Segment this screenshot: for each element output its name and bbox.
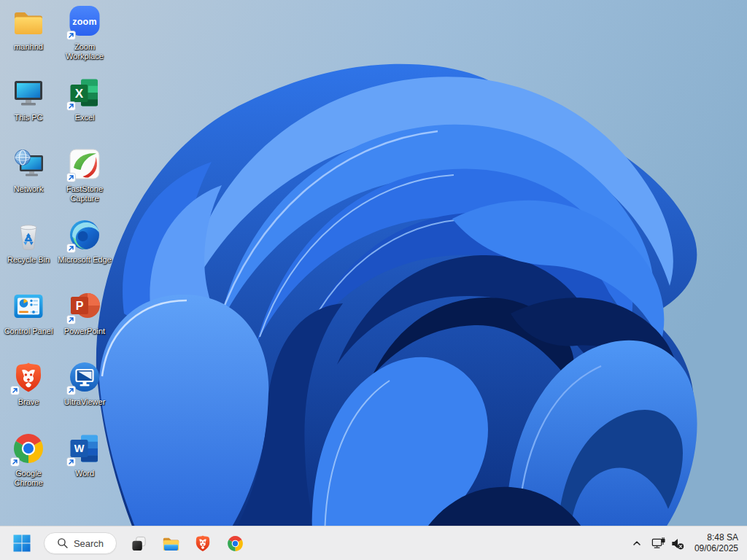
excel-icon bbox=[67, 75, 102, 110]
shortcut-arrow-icon bbox=[66, 244, 76, 253]
edge-icon bbox=[67, 217, 102, 252]
volume-muted-icon bbox=[670, 536, 685, 551]
shortcut-arrow-icon bbox=[10, 386, 20, 395]
tray-network-volume-button[interactable] bbox=[648, 529, 689, 558]
shortcut-arrow-icon bbox=[10, 457, 20, 467]
brave-icon bbox=[11, 359, 46, 394]
desktop-icon-label: Zoom Workplace bbox=[57, 42, 112, 61]
desktop-icon-label: UltraViewer bbox=[64, 397, 106, 407]
tray-time: 8:48 SA bbox=[694, 532, 738, 543]
folder-icon bbox=[11, 4, 46, 39]
desktop-icon-zoom-workplace[interactable]: Zoom Workplace bbox=[57, 4, 112, 61]
control-panel-icon bbox=[11, 289, 46, 324]
brave-icon bbox=[193, 534, 212, 553]
desktop-icon-label: PowerPoint bbox=[64, 327, 105, 336]
word-icon bbox=[67, 431, 102, 466]
zoom-app-icon bbox=[67, 4, 102, 39]
shortcut-arrow-icon bbox=[66, 173, 76, 182]
recycle-bin-icon bbox=[11, 217, 46, 252]
desktop-icon-manhnd[interactable]: manhnd bbox=[1, 4, 56, 52]
task-view-button[interactable] bbox=[124, 529, 153, 558]
desktop-icon-label: Network bbox=[14, 184, 43, 194]
desktop-icon-ultraviewer[interactable]: UltraViewer bbox=[57, 359, 112, 407]
desktop-icon-label: This PC bbox=[14, 113, 42, 122]
chrome-icon bbox=[11, 431, 46, 466]
desktop-icon-label: Word bbox=[75, 469, 94, 478]
desktop-icon-brave[interactable]: Brave bbox=[1, 359, 56, 407]
desktop: manhnd Zoom Workplace This PC Excel Netw… bbox=[0, 0, 747, 526]
chrome-icon bbox=[226, 534, 244, 553]
shortcut-arrow-icon bbox=[66, 457, 76, 467]
search-icon bbox=[57, 537, 69, 549]
shortcut-arrow-icon bbox=[66, 315, 76, 324]
shortcut-arrow-icon bbox=[66, 386, 76, 395]
desktop-icon-microsoft-edge[interactable]: Microsoft Edge bbox=[57, 217, 112, 265]
desktop-icon-this-pc[interactable]: This PC bbox=[1, 75, 56, 122]
desktop-icon-powerpoint[interactable]: PowerPoint bbox=[57, 289, 112, 336]
desktop-icon-faststone-capture[interactable]: FastStone Capture bbox=[57, 147, 112, 203]
network-icon bbox=[11, 147, 46, 182]
taskbar-search[interactable]: Search bbox=[44, 532, 117, 554]
desktop-icon-label: FastStone Capture bbox=[57, 184, 112, 203]
tray-clock[interactable]: 8:48 SA 09/06/2025 bbox=[689, 529, 743, 557]
chevron-up-icon bbox=[631, 537, 643, 549]
task-view-icon bbox=[131, 535, 147, 552]
taskbar-chrome-button[interactable] bbox=[220, 529, 249, 558]
desktop-icon-google-chrome[interactable]: Google Chrome bbox=[1, 431, 56, 488]
taskbar-file-explorer-button[interactable] bbox=[156, 529, 185, 558]
taskbar-brave-button[interactable] bbox=[188, 529, 217, 558]
ultraviewer-icon bbox=[67, 359, 102, 394]
shortcut-arrow-icon bbox=[66, 31, 76, 40]
this-pc-icon bbox=[11, 75, 46, 110]
search-label: Search bbox=[74, 538, 104, 549]
desktop-icon-excel[interactable]: Excel bbox=[57, 75, 112, 122]
tray-date: 09/06/2025 bbox=[694, 543, 738, 554]
desktop-icon-recycle-bin[interactable]: Recycle Bin bbox=[1, 217, 56, 265]
desktop-icon-label: Excel bbox=[75, 113, 95, 122]
desktop-icon-label: Recycle Bin bbox=[7, 255, 50, 265]
desktop-icon-label: Microsoft Edge bbox=[58, 255, 111, 265]
desktop-icon-label: manhnd bbox=[14, 42, 43, 52]
shortcut-arrow-icon bbox=[66, 101, 76, 111]
windows-logo-icon bbox=[13, 534, 31, 552]
file-explorer-icon bbox=[161, 534, 181, 553]
taskbar: Search 8:48 SA 09/06/2025 bbox=[0, 526, 747, 560]
network-ethernet-icon bbox=[651, 536, 666, 551]
desktop-icon-label: Control Panel bbox=[4, 327, 53, 336]
powerpoint-icon bbox=[67, 289, 102, 324]
desktop-icon-network[interactable]: Network bbox=[1, 147, 56, 194]
desktop-icon-control-panel[interactable]: Control Panel bbox=[1, 289, 56, 336]
faststone-icon bbox=[67, 147, 102, 182]
desktop-icon-word[interactable]: Word bbox=[57, 431, 112, 478]
desktop-icon-label: Brave bbox=[18, 397, 39, 407]
start-button[interactable] bbox=[7, 529, 36, 558]
desktop-icon-label: Google Chrome bbox=[1, 469, 56, 488]
system-tray: 8:48 SA 09/06/2025 bbox=[626, 529, 743, 558]
tray-overflow-button[interactable] bbox=[626, 529, 648, 558]
